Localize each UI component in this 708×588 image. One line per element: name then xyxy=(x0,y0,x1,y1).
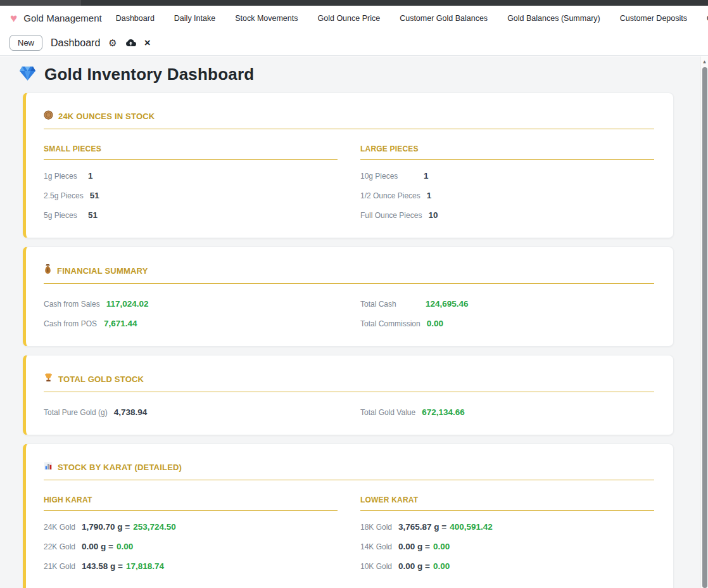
field-label: Cash from Sales xyxy=(44,300,106,309)
gear-icon[interactable]: ⚙ xyxy=(108,37,117,49)
field-label: 1/2 Ounce Pieces xyxy=(360,191,427,200)
field-grams: 0.00 g = xyxy=(398,561,430,571)
scrollbar-thumb[interactable] xyxy=(702,67,707,588)
nav-item-gold-balances-summary[interactable]: Gold Balances (Summary) xyxy=(507,14,600,23)
card-title: TOTAL GOLD STOCK xyxy=(58,374,144,384)
field-label: 2.5g Pieces xyxy=(44,191,90,200)
coin-icon xyxy=(44,110,53,122)
page-title: Gold Inventory Dashboard xyxy=(44,65,254,84)
field-value: 17,818.74 xyxy=(126,561,164,571)
vertical-scrollbar[interactable]: ▲ xyxy=(700,56,708,588)
field-value: 400,591.42 xyxy=(450,522,493,532)
field-row: 22K Gold0.00 g =0.00 xyxy=(44,542,338,551)
card-header: TOTAL GOLD STOCK xyxy=(44,373,654,385)
field-value: 51 xyxy=(88,210,98,220)
field-value: 10 xyxy=(428,210,438,220)
field-value: 0.00 xyxy=(117,542,133,551)
card-column: SMALL PIECES1g Pieces12.5g Pieces515g Pi… xyxy=(44,144,338,230)
page-header: Gold Inventory Dashboard xyxy=(0,56,700,93)
field-row: 1/2 Ounce Pieces1 xyxy=(360,191,654,200)
gem-icon xyxy=(19,66,36,84)
card-title: FINANCIAL SUMMARY xyxy=(57,266,148,276)
nav-item-customer-gold-balances[interactable]: Customer Gold Balances xyxy=(400,14,488,23)
field-value: 51 xyxy=(90,191,99,200)
card-column: Total Gold Value672,134.66 xyxy=(360,407,654,427)
card-divider xyxy=(44,392,654,392)
nav-item-customer-deposits[interactable]: Customer Deposits xyxy=(620,14,687,23)
card-column: LARGE PIECES10g Pieces11/2 Ounce Pieces1… xyxy=(360,144,654,230)
field-label: 18K Gold xyxy=(360,523,398,532)
field-value: 1 xyxy=(88,171,93,181)
field-label: 10g Pieces xyxy=(360,172,424,181)
card-column: Total Pure Gold (g)4,738.94 xyxy=(44,407,338,427)
column-heading: LOWER KARAT xyxy=(360,495,654,511)
doc-title: Dashboard xyxy=(51,37,100,49)
card-stock: TOTAL GOLD STOCKTotal Pure Gold (g)4,738… xyxy=(23,355,674,435)
column-heading: LARGE PIECES xyxy=(360,144,654,160)
field-value: 1 xyxy=(427,191,432,200)
field-label: 1g Pieces xyxy=(44,172,88,181)
field-row: 21K Gold143.58 g =17,818.74 xyxy=(44,561,338,571)
field-label: 24K Gold xyxy=(44,523,82,532)
field-value: 124,695.46 xyxy=(426,299,469,309)
column-heading: HIGH KARAT xyxy=(44,495,338,511)
field-label: Total Gold Value xyxy=(360,408,422,417)
card-divider xyxy=(44,129,654,129)
main-content: Gold Inventory Dashboard 24K OUNCES IN S… xyxy=(0,56,700,588)
field-row: Total Gold Value672,134.66 xyxy=(360,407,654,417)
card-column: LOWER KARAT18K Gold3,765.87 g =400,591.4… xyxy=(360,495,654,581)
top-navbar: ♥ Gold Management DashboardDaily IntakeS… xyxy=(0,6,708,30)
field-label: Total Commission xyxy=(360,319,427,328)
field-label: Total Cash xyxy=(360,300,426,309)
field-value: 672,134.66 xyxy=(422,407,465,417)
field-row: 5g Pieces51 xyxy=(44,210,338,220)
field-label: 5g Pieces xyxy=(44,211,88,220)
card-column: Cash from Sales117,024.02Cash from POS7,… xyxy=(44,299,338,338)
close-icon[interactable]: × xyxy=(144,37,151,49)
field-grams: 0.00 g = xyxy=(82,542,113,551)
field-label: 21K Gold xyxy=(44,562,82,571)
card-header: STOCK BY KARAT (DETAILED) xyxy=(44,461,654,473)
nav-item-dashboard[interactable]: Dashboard xyxy=(116,14,155,23)
moneybag-icon xyxy=(44,264,52,277)
field-grams: 3,765.87 g = xyxy=(398,522,446,532)
toolbar: New Dashboard ⚙ × xyxy=(0,30,708,56)
app-brand: Gold Management xyxy=(23,13,101,23)
field-label: 10K Gold xyxy=(360,562,398,571)
field-row: Cash from Sales117,024.02 xyxy=(44,299,338,309)
card-title: STOCK BY KARAT (DETAILED) xyxy=(58,463,182,472)
nav-item-daily-intake[interactable]: Daily Intake xyxy=(174,14,215,23)
field-label: 14K Gold xyxy=(360,542,398,551)
window-top-strip xyxy=(0,0,708,6)
nav-item-gold-ounce-price[interactable]: Gold Ounce Price xyxy=(318,14,381,23)
field-grams: 143.58 g = xyxy=(82,561,123,571)
card-financial: FINANCIAL SUMMARYCash from Sales117,024.… xyxy=(23,246,674,347)
field-row: Total Cash124,695.46 xyxy=(360,299,654,309)
cloud-upload-icon[interactable] xyxy=(125,39,136,47)
card-column: Total Cash124,695.46Total Commission0.00 xyxy=(360,299,654,338)
field-label: Total Pure Gold (g) xyxy=(44,408,114,417)
nav-item-stock-movements[interactable]: Stock Movements xyxy=(235,14,298,23)
scroll-up-arrow-icon[interactable]: ▲ xyxy=(701,56,708,65)
card-divider xyxy=(44,283,654,284)
card-karat: STOCK BY KARAT (DETAILED)HIGH KARAT24K G… xyxy=(23,444,674,588)
field-row: Cash from POS7,671.44 xyxy=(44,319,338,328)
card-header: 24K OUNCES IN STOCK xyxy=(44,110,654,122)
card-header: FINANCIAL SUMMARY xyxy=(44,264,654,277)
field-label: Cash from POS xyxy=(44,319,104,328)
card-divider xyxy=(44,480,654,480)
field-value: 7,671.44 xyxy=(104,319,137,328)
field-row: 18K Gold3,765.87 g =400,591.42 xyxy=(360,522,654,532)
field-label: 22K Gold xyxy=(44,542,82,551)
field-row: Total Commission0.00 xyxy=(360,319,654,328)
field-row: Total Pure Gold (g)4,738.94 xyxy=(44,407,338,417)
heart-icon: ♥ xyxy=(10,12,17,24)
field-label: Full Ounce Pieces xyxy=(360,211,428,220)
field-grams: 1,790.70 g = xyxy=(82,522,130,532)
field-row: 1g Pieces1 xyxy=(44,171,338,181)
field-value: 0.00 xyxy=(433,542,450,551)
field-value: 4,738.94 xyxy=(114,407,148,417)
new-button[interactable]: New xyxy=(9,35,42,51)
field-row: Full Ounce Pieces10 xyxy=(360,210,654,220)
card-title: 24K OUNCES IN STOCK xyxy=(58,112,155,121)
